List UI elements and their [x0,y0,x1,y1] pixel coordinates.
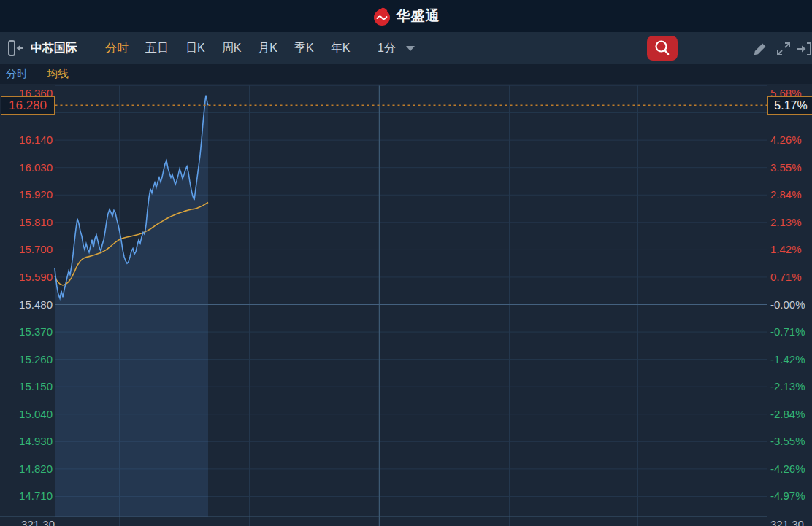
app-title: 华盛通 [397,7,440,26]
chart-legend: 分时 均线 [0,64,812,84]
tab-6[interactable]: 年K [331,41,351,56]
stock-name[interactable]: 中芯国际 [31,41,77,56]
tab-1[interactable]: 五日 [145,41,169,56]
pencil-icon[interactable] [752,41,768,57]
chevron-down-icon[interactable] [406,46,415,51]
tab-3[interactable]: 周K [222,41,242,56]
expand-icon[interactable] [775,41,792,57]
tab-2[interactable]: 日K [185,41,205,56]
chart-toolbar: 中芯国际 分时五日日K周K月K季K年K 1分 [0,32,812,64]
flame-logo-icon [372,7,391,26]
minute-chart[interactable]: 16.3605.68%16.1404.26%16.0303.55%15.9202… [0,84,812,526]
kline-tabs: 分时五日日K周K月K季K年K [105,41,350,56]
trading-app-window: 华盛通 中芯国际 分时五日日K周K月K季K年K 1分 [0,0,812,526]
legend-avg-line[interactable]: 均线 [47,67,69,81]
minute-chart-svg [0,84,812,526]
current-percent-box: 5.17% [767,96,812,115]
app-header: 华盛通 [0,0,812,32]
legend-price-line[interactable]: 分时 [6,67,28,81]
collapse-panel-icon[interactable] [7,40,25,56]
exit-right-icon[interactable] [796,41,812,57]
interval-selector[interactable]: 1分 [378,41,396,56]
search-button[interactable] [647,36,678,61]
tab-0[interactable]: 分时 [105,41,129,56]
tab-4[interactable]: 月K [258,41,277,56]
current-price-box: 16.280 [1,96,55,115]
tab-5[interactable]: 季K [294,41,314,56]
search-icon [647,36,678,61]
